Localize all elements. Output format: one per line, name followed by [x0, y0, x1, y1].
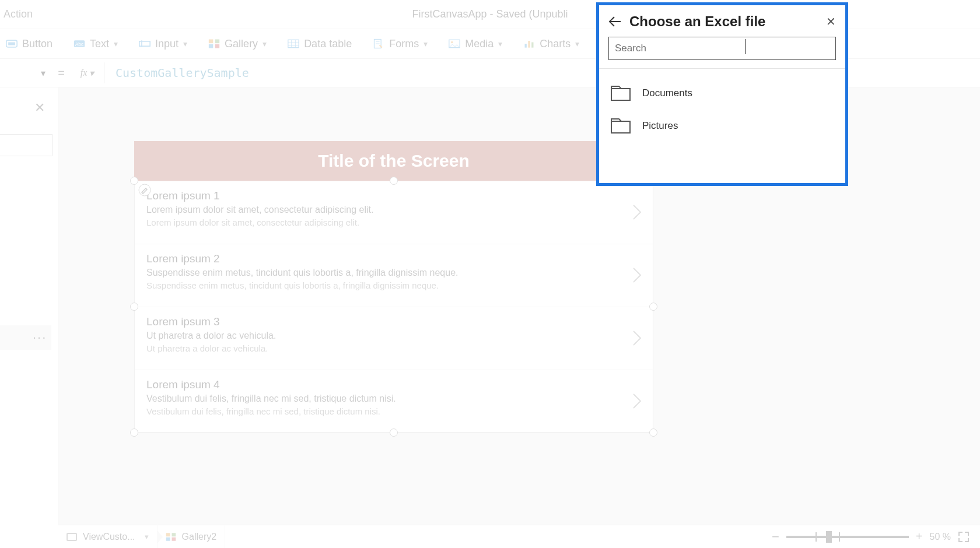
text-icon: Abc	[74, 38, 85, 49]
fx-button[interactable]: fx▾	[70, 62, 105, 83]
zoom-in-button[interactable]: +	[916, 530, 923, 543]
svg-rect-1	[8, 43, 15, 45]
insert-media[interactable]: Media ▾	[449, 38, 502, 50]
search-input[interactable]	[608, 37, 836, 60]
tree-search-input[interactable]	[0, 134, 52, 156]
button-icon	[6, 38, 18, 49]
svg-rect-8	[209, 44, 214, 48]
chevron-down-icon: ▾	[183, 39, 187, 48]
resize-handle[interactable]	[390, 428, 398, 437]
item-subtitle: Suspendisse enim metus, tincidunt quis l…	[146, 268, 618, 278]
folder-label: Pictures	[642, 120, 678, 132]
chevron-right-icon[interactable]	[632, 392, 642, 410]
property-dropdown[interactable]: ▾	[0, 62, 52, 83]
chevron-down-icon: ▾	[498, 39, 502, 48]
equals-sign: =	[52, 66, 70, 80]
folder-icon	[611, 85, 631, 101]
chevron-down-icon: ▾	[114, 39, 118, 48]
insert-text[interactable]: Abc Text ▾	[74, 38, 118, 50]
folder-row-pictures[interactable]: Pictures	[608, 110, 836, 142]
divider	[599, 68, 845, 69]
gallery-item[interactable]: Lorem ipsum 1 Lorem ipsum dolor sit amet…	[135, 181, 653, 244]
insert-datatable[interactable]: Data table	[288, 38, 352, 50]
edit-pencil-icon[interactable]	[138, 184, 151, 196]
screen-title-bar[interactable]: Title of the Screen	[134, 141, 653, 181]
svg-rect-22	[531, 43, 533, 48]
insert-button-label: Button	[22, 38, 52, 50]
chevron-down-icon: ▾	[41, 68, 46, 79]
screen-icon	[66, 533, 77, 541]
breadcrumb-label: ViewCusto...	[83, 532, 135, 542]
insert-datatable-label: Data table	[304, 38, 352, 50]
chevron-right-icon[interactable]	[632, 203, 642, 221]
gallery-icon	[166, 532, 176, 542]
item-title: Lorem ipsum 4	[146, 378, 618, 391]
svg-rect-21	[528, 41, 530, 48]
gallery-item[interactable]: Lorem ipsum 3 Ut pharetra a dolor ac veh…	[135, 307, 653, 370]
resize-handle[interactable]	[649, 303, 657, 311]
zoom-out-button[interactable]: −	[772, 529, 779, 545]
close-icon[interactable]: ✕	[34, 100, 45, 115]
screen-preview[interactable]: Title of the Screen Lorem ipsum 1 Lorem …	[134, 141, 653, 433]
chevron-right-icon[interactable]	[632, 329, 642, 347]
chevron-down-icon: ▾	[262, 39, 267, 48]
insert-button[interactable]: Button	[6, 38, 52, 50]
insert-input[interactable]: Input ▾	[139, 38, 187, 50]
svg-rect-10	[288, 40, 299, 47]
chevron-down-icon: ▾	[424, 39, 428, 48]
svg-text:Abc: Abc	[75, 41, 83, 47]
item-title: Lorem ipsum 1	[146, 189, 618, 202]
svg-rect-6	[209, 40, 214, 44]
insert-forms[interactable]: Forms ▾	[373, 38, 428, 50]
fullscreen-icon[interactable]	[958, 531, 970, 543]
chevron-down-icon: ▾	[145, 532, 149, 541]
zoom-controls: − + 50 %	[772, 529, 980, 545]
ribbon-tab-action[interactable]: Action	[0, 8, 33, 20]
folder-icon	[611, 118, 631, 134]
svg-rect-32	[172, 533, 176, 536]
item-body: Suspendisse enim metus, tincidunt quis l…	[146, 280, 618, 290]
svg-rect-9	[215, 44, 220, 48]
panel-title: Choose an Excel file	[629, 13, 818, 30]
insert-gallery[interactable]: Gallery ▾	[208, 38, 267, 50]
table-icon	[288, 38, 299, 49]
formula-input[interactable]: CustomGallerySample	[105, 66, 980, 80]
gallery-item[interactable]: Lorem ipsum 4 Vestibulum dui felis, frin…	[135, 370, 653, 433]
gallery-control[interactable]: Lorem ipsum 1 Lorem ipsum dolor sit amet…	[134, 181, 653, 433]
form-icon	[373, 38, 384, 49]
resize-handle[interactable]	[130, 177, 138, 185]
close-icon[interactable]: ✕	[826, 15, 836, 29]
svg-rect-20	[525, 44, 527, 48]
item-body: Lorem ipsum dolor sit amet, consectetur …	[146, 217, 618, 227]
item-body: Ut pharetra a dolor ac vehicula.	[146, 343, 618, 353]
insert-gallery-label: Gallery	[225, 38, 258, 50]
svg-point-19	[451, 41, 453, 43]
more-icon[interactable]: ···	[33, 330, 47, 345]
item-subtitle: Lorem ipsum dolor sit amet, consectetur …	[146, 205, 618, 215]
breadcrumb-label: Gallery2	[182, 532, 217, 542]
resize-handle[interactable]	[390, 177, 398, 185]
breadcrumb-control[interactable]: Gallery2	[158, 525, 226, 548]
breadcrumb-screen[interactable]: ViewCusto... ▾	[58, 525, 158, 548]
item-subtitle: Ut pharetra a dolor ac vehicula.	[146, 331, 618, 341]
gallery-item[interactable]: Lorem ipsum 2 Suspendisse enim metus, ti…	[135, 244, 653, 307]
folder-row-documents[interactable]: Documents	[608, 77, 836, 110]
resize-handle[interactable]	[130, 428, 138, 437]
svg-rect-31	[166, 533, 170, 536]
resize-handle[interactable]	[130, 303, 138, 311]
insert-text-label: Text	[90, 38, 109, 50]
resize-handle[interactable]	[649, 428, 657, 437]
zoom-slider[interactable]	[786, 536, 909, 538]
back-arrow-icon[interactable]	[608, 16, 621, 27]
gallery-icon	[208, 38, 220, 49]
chevron-down-icon: ▾	[575, 39, 579, 48]
svg-rect-7	[215, 40, 220, 44]
svg-rect-33	[166, 537, 170, 540]
svg-rect-34	[172, 537, 176, 540]
item-title: Lorem ipsum 2	[146, 252, 618, 265]
item-body: Vestibulum dui felis, fringilla nec mi s…	[146, 406, 618, 416]
insert-input-label: Input	[155, 38, 178, 50]
svg-rect-35	[611, 89, 630, 100]
insert-charts[interactable]: Charts ▾	[523, 38, 579, 50]
chevron-right-icon[interactable]	[632, 266, 642, 284]
